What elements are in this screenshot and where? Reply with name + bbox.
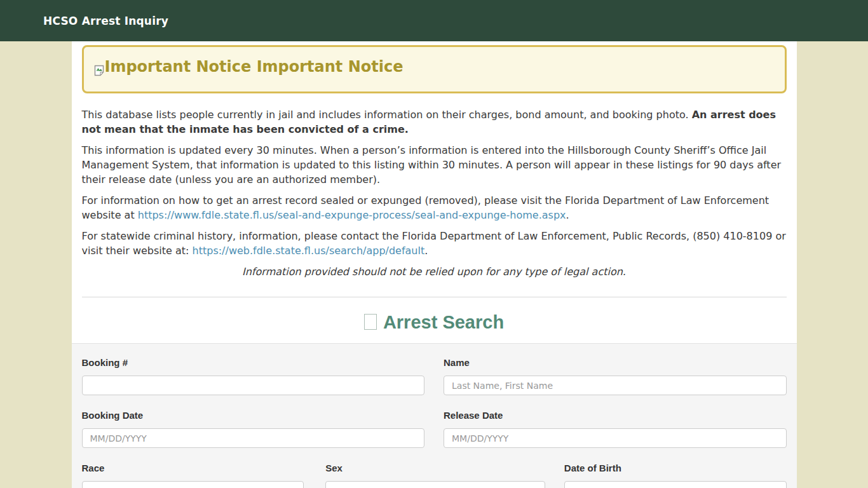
booking-date-group: Booking Date: [82, 409, 425, 448]
arrest-search-form: Booking # Name Booking Date Release Date…: [72, 343, 797, 488]
name-input[interactable]: [444, 376, 787, 395]
name-group: Name: [444, 356, 787, 395]
paragraph-database-info-text: This database lists people currently in …: [82, 109, 692, 121]
section-divider: [82, 297, 787, 297]
paragraph-criminal-history-period: .: [424, 245, 428, 257]
booking-number-input[interactable]: [82, 376, 425, 395]
important-notice-text: Important Notice Important Notice: [105, 57, 403, 78]
release-date-label: Release Date: [444, 409, 787, 422]
arrest-search-heading-text: Arrest Search: [383, 312, 504, 332]
paragraph-database-info: This database lists people currently in …: [82, 107, 787, 137]
page-title: HCSO Arrest Inquiry: [43, 15, 168, 27]
race-label: Race: [82, 462, 304, 475]
paragraph-criminal-history: For statewide criminal history, informat…: [82, 229, 787, 258]
fdle-search-link[interactable]: https://web.fdle.state.fl.us/search/app/…: [193, 245, 425, 257]
important-notice-heading: Important Notice Important Notice: [94, 57, 775, 82]
form-row-2: Booking Date Release Date: [82, 409, 787, 448]
fdle-seal-expunge-link[interactable]: https://www.fdle.state.fl.us/seal-and-ex…: [138, 209, 566, 221]
release-date-input[interactable]: [444, 428, 787, 448]
paragraph-seal-expunge: For information on how to get an arrest …: [82, 193, 787, 222]
legal-disclaimer: Information provided should not be relie…: [82, 264, 787, 279]
dob-input[interactable]: [564, 481, 787, 488]
release-date-group: Release Date: [444, 409, 787, 448]
form-row-1: Booking # Name: [82, 356, 787, 395]
race-group: Race: [82, 462, 304, 488]
paragraph-criminal-history-text: For statewide criminal history, informat…: [82, 230, 786, 257]
important-notice-panel: Important Notice Important Notice: [82, 45, 787, 93]
race-input[interactable]: [82, 481, 304, 488]
app-header: HCSO Arrest Inquiry: [0, 0, 868, 41]
sex-group: Sex: [325, 462, 545, 488]
booking-number-group: Booking #: [82, 356, 425, 395]
broken-image-icon: [94, 61, 104, 82]
booking-number-label: Booking #: [82, 356, 425, 369]
paragraph-seal-expunge-period: .: [566, 209, 569, 221]
sex-input[interactable]: [325, 481, 545, 488]
intro-section: This database lists people currently in …: [82, 107, 787, 279]
booking-date-label: Booking Date: [82, 409, 425, 422]
paragraph-update-info: This information is updated every 30 min…: [82, 143, 787, 187]
missing-glyph-icon: [364, 314, 377, 330]
dob-group: Date of Birth: [564, 462, 787, 488]
name-label: Name: [444, 356, 787, 369]
arrest-search-heading: Arrest Search: [82, 312, 787, 332]
form-row-3: Race Sex Date of Birth: [82, 462, 787, 488]
booking-date-input[interactable]: [82, 428, 425, 448]
content-column: Important Notice Important Notice This d…: [72, 41, 797, 488]
sex-label: Sex: [325, 462, 545, 475]
dob-label: Date of Birth: [564, 462, 787, 475]
